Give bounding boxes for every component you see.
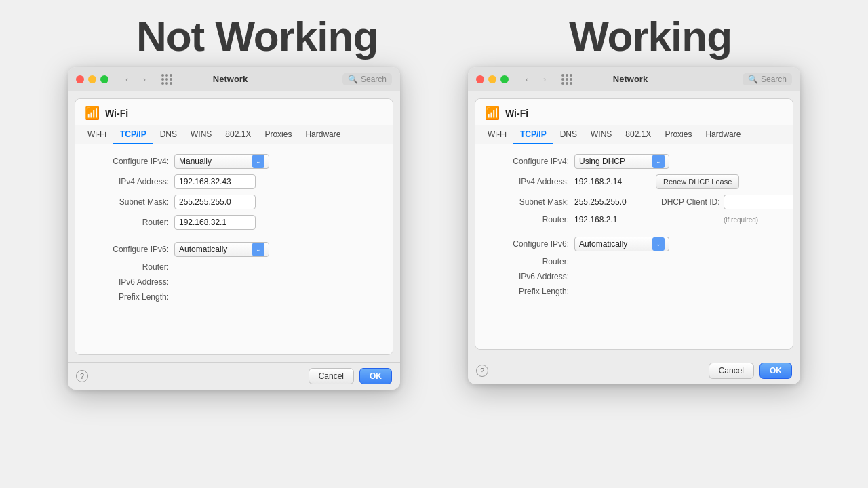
configure-ipv4-select-right[interactable]: Using DHCP ⌄ (574, 154, 669, 169)
working-heading: Working (569, 12, 732, 60)
dhcp-client-id-label: DHCP Client ID: (661, 197, 719, 207)
dialog-left: 📶 Wi-Fi Wi-Fi TCP/IP DNS WINS 802.1X Pro… (75, 98, 393, 355)
traffic-lights-right (476, 75, 509, 83)
configure-ipv6-select-right[interactable]: Automatically ⌄ (574, 237, 669, 251)
close-button-left[interactable] (76, 75, 84, 83)
subnet-mask-row-left: Subnet Mask: (86, 195, 382, 209)
tab-wins-right[interactable]: WINS (584, 125, 618, 144)
router-input-left[interactable] (174, 215, 256, 230)
ipv4-address-label-left: IPv4 Address: (86, 177, 174, 186)
back-button-left[interactable]: ‹ (119, 73, 134, 85)
wifi-icon-left: 📶 (85, 106, 100, 121)
search-bar-right[interactable]: 🔍 Search (743, 73, 792, 85)
traffic-lights-left (76, 75, 108, 83)
dialog-header-right: 📶 Wi-Fi (475, 99, 793, 125)
form-area-right: Configure IPv4: Using DHCP ⌄ IPv4 Addres… (475, 144, 793, 349)
ipv6-address-label-left: IPv6 Address: (86, 277, 174, 287)
tabs-bar-left: Wi-Fi TCP/IP DNS WINS 802.1X Proxies Har… (75, 125, 393, 144)
tab-dns-left[interactable]: DNS (153, 125, 184, 144)
tab-proxies-right[interactable]: Proxies (658, 125, 698, 144)
subnet-mask-label-right: Subnet Mask: (486, 197, 574, 207)
configure-ipv6-row-right: Configure IPv6: Automatically ⌄ (486, 237, 782, 251)
tab-8021x-right[interactable]: 802.1X (618, 125, 658, 144)
subnet-mask-input-left[interactable] (174, 195, 256, 209)
form-area-left: Configure IPv4: Manually ⌄ IPv4 Address:… (75, 144, 393, 354)
tab-hardware-left[interactable]: Hardware (298, 125, 347, 144)
window-title-left: Network (178, 74, 283, 84)
not-working-heading: Not Working (136, 12, 378, 60)
nav-buttons-right: ‹ › (519, 73, 552, 85)
close-button-right[interactable] (476, 75, 484, 83)
dialog-right: 📶 Wi-Fi Wi-Fi TCP/IP DNS WINS 802.1X Pro… (475, 98, 793, 350)
select-arrow-ipv6-left: ⌄ (252, 243, 264, 256)
router-row-right: Router: 192.168.2.1 (if required) (486, 215, 782, 224)
configure-ipv4-row-right: Configure IPv4: Using DHCP ⌄ (486, 154, 782, 169)
back-button-right[interactable]: ‹ (519, 73, 534, 85)
dialog-title-left: Wi-Fi (105, 108, 128, 119)
wifi-icon-right: 📶 (485, 106, 500, 121)
ipv4-address-row-left: IPv4 Address: (86, 174, 382, 189)
search-bar-left[interactable]: 🔍 Search (342, 73, 392, 85)
forward-button-left[interactable]: › (137, 73, 152, 85)
tab-proxies-left[interactable]: Proxies (258, 125, 298, 144)
select-arrow-left: ⌄ (252, 155, 264, 168)
subnet-mask-label-left: Subnet Mask: (86, 197, 174, 207)
tab-tcpip-left[interactable]: TCP/IP (113, 125, 153, 144)
ipv4-address-value-right: 192.168.2.14 (574, 177, 656, 186)
configure-ipv4-label-left: Configure IPv4: (86, 157, 174, 166)
tab-hardware-right[interactable]: Hardware (698, 125, 747, 144)
renew-dhcp-button[interactable]: Renew DHCP Lease (656, 174, 739, 189)
prefix-length-row-right: Prefix Length: (486, 287, 782, 296)
cancel-button-right[interactable]: Cancel (709, 363, 754, 379)
configure-ipv6-select-left[interactable]: Automatically ⌄ (174, 242, 269, 257)
configure-ipv6-label-right: Configure IPv6: (486, 239, 574, 249)
tabs-bar-right: Wi-Fi TCP/IP DNS WINS 802.1X Proxies Har… (475, 125, 793, 144)
grid-icon-right (561, 74, 572, 85)
not-working-window: ‹ › Network 🔍 Search 📶 Wi-Fi Wi-Fi TCP/I… (68, 67, 400, 390)
help-button-left[interactable]: ? (76, 370, 88, 382)
tab-wins-left[interactable]: WINS (184, 125, 218, 144)
router-label-right: Router: (486, 215, 574, 224)
minimize-button-left[interactable] (88, 75, 96, 83)
prefix-length-label-left: Prefix Length: (86, 292, 174, 302)
ipv6-address-row-left: IPv6 Address: (86, 277, 382, 287)
prefix-length-label-right: Prefix Length: (486, 287, 574, 296)
dhcp-client-id-input[interactable] (724, 195, 793, 209)
ipv4-address-row-right: IPv4 Address: 192.168.2.14 Renew DHCP Le… (486, 174, 782, 189)
cancel-button-left[interactable]: Cancel (309, 368, 354, 384)
tab-8021x-left[interactable]: 802.1X (218, 125, 258, 144)
configure-ipv6-label-left: Configure IPv6: (86, 245, 174, 254)
configure-ipv4-label-right: Configure IPv4: (486, 157, 574, 166)
router-row-left: Router: (86, 215, 382, 230)
minimize-button-right[interactable] (488, 75, 496, 83)
forward-button-right[interactable]: › (537, 73, 552, 85)
tab-wifi-left[interactable]: Wi-Fi (81, 125, 113, 144)
search-icon-left: 🔍 (348, 75, 358, 84)
tab-dns-right[interactable]: DNS (553, 125, 584, 144)
dialog-footer-right: ? Cancel OK (468, 357, 800, 384)
router6-label-right: Router: (486, 257, 574, 266)
router6-row-right: Router: (486, 257, 782, 266)
search-icon-right: 🔍 (748, 75, 758, 84)
ipv4-address-input-left[interactable] (174, 174, 256, 189)
grid-icon-left (161, 74, 172, 85)
working-window: ‹ › Network 🔍 Search 📶 Wi-Fi Wi-Fi TCP/I… (468, 67, 800, 384)
subnet-mask-value-right: 255.255.255.0 (574, 197, 656, 207)
dialog-header-left: 📶 Wi-Fi (75, 99, 393, 125)
maximize-button-right[interactable] (500, 75, 509, 83)
help-button-right[interactable]: ? (476, 365, 488, 377)
configure-ipv4-select-left[interactable]: Manually ⌄ (174, 154, 269, 169)
configure-ipv6-row-left: Configure IPv6: Automatically ⌄ (86, 242, 382, 257)
tab-wifi-right[interactable]: Wi-Fi (481, 125, 513, 144)
dialog-title-right: Wi-Fi (505, 108, 528, 119)
ok-button-left[interactable]: OK (359, 368, 392, 384)
window-title-right: Network (578, 74, 683, 84)
titlebar-right: ‹ › Network 🔍 Search (468, 67, 800, 92)
router-label-left: Router: (86, 218, 174, 227)
router6-label-left: Router: (86, 262, 174, 272)
dialog-footer-left: ? Cancel OK (68, 362, 400, 390)
titlebar-left: ‹ › Network 🔍 Search (68, 67, 400, 92)
maximize-button-left[interactable] (100, 75, 108, 83)
tab-tcpip-right[interactable]: TCP/IP (513, 125, 553, 144)
ok-button-right[interactable]: OK (760, 363, 792, 379)
